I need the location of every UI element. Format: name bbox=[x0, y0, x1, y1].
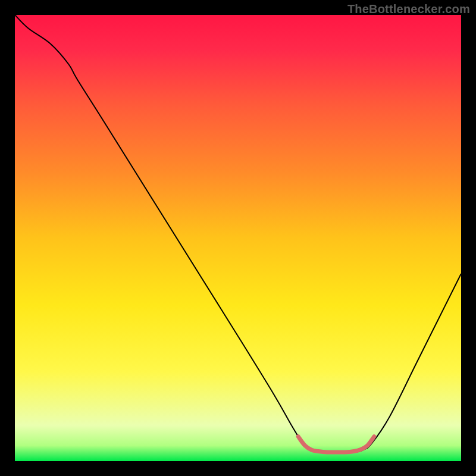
attribution-text: TheBottlenecker.com bbox=[347, 2, 470, 16]
chart-svg bbox=[15, 15, 461, 461]
plot-area bbox=[15, 15, 461, 461]
chart-container: TheBottlenecker.com bbox=[0, 0, 476, 476]
gradient-background bbox=[15, 15, 461, 461]
